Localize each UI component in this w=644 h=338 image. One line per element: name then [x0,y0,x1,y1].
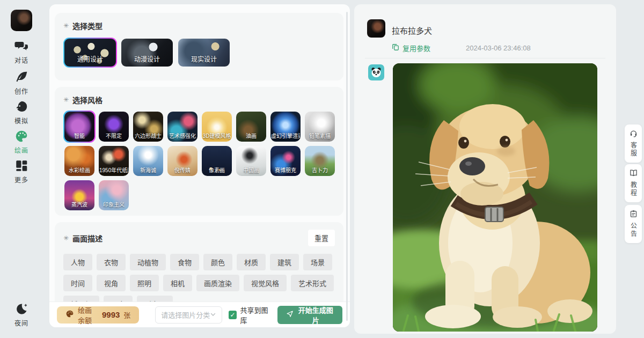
type-card-row: 通用设计动漫设计现实设计 [63,38,335,68]
sidebar: 对话 创作 模拟 绘画 更多 夜间 [0,0,43,338]
balance-unit: 张 [123,310,130,320]
section-marker-icon: ✳ [63,96,69,104]
style-tile-label: 倪传婧 [174,166,191,176]
style-tile-label: 印象主义 [103,200,125,210]
feather-icon [0,70,43,84]
chat-icon [0,39,43,53]
headset-icon [630,129,638,139]
generate-button-label: 开始生成图片 [297,305,334,325]
style-tile-水彩绘画[interactable]: 水彩绘画 [63,145,96,177]
generate-image-button[interactable]: 开始生成图片 [277,306,342,324]
palette-icon [0,129,43,143]
share-to-gallery-toggle[interactable]: ✓ 共享到图库 [229,305,271,325]
style-tile-虚幻引擎渲染[interactable]: 虚幻引擎渲染 [269,111,302,143]
desc-section-title: 画面描述 [72,233,103,244]
prompt-tag-视角[interactable]: 视角 [97,275,126,291]
style-tile-赛博朋克[interactable]: 赛博朋克 [269,145,302,177]
sidebar-item-chat[interactable]: 对话 [0,39,43,64]
prompt-tag-艺术形式[interactable]: 艺术形式 [291,275,334,291]
prompt-tag-材质[interactable]: 材质 [237,254,266,270]
head-icon [0,100,43,114]
style-grid: 智能不限定六边形战士艺术感强化3D建模风格油画虚幻引擎渲染铅笔素描水彩绘画195… [63,111,338,211]
moon-icon [0,302,43,316]
type-card-label: 现实设计 [191,54,217,67]
type-card-通用设计[interactable]: 通用设计 [63,38,117,68]
style-tile-倪传婧[interactable]: 倪传婧 [166,145,199,177]
result-timestamp: 2024-03-06 23:46:08 [466,44,531,52]
reuse-params-label: 复用参数 [402,43,430,53]
type-section: ✳ 选择类型 通用设计动漫设计现实设计 [55,13,343,80]
rail-tab-announcement[interactable]: 公告 [625,205,642,243]
style-tile-label: 赛博朋克 [275,166,296,176]
prompt-tag-动植物[interactable]: 动植物 [130,254,166,270]
reuse-params-button[interactable]: 复用参数 [392,43,430,53]
prompt-tag-建筑[interactable]: 建筑 [270,254,299,270]
style-tile-不限定[interactable]: 不限定 [98,111,130,143]
style-tile-label: 艺术感强化 [169,131,196,142]
type-card-label: 动漫设计 [134,54,160,67]
style-tile-智能[interactable]: 智能 [63,111,96,143]
result-user-avatar [367,19,385,38]
rail-tab-tutorial[interactable]: 教程 [625,164,642,202]
style-tile-六边形战士[interactable]: 六边形战士 [132,111,164,143]
sidebar-item-night-mode[interactable]: 夜间 [0,302,43,327]
type-card-动漫设计[interactable]: 动漫设计 [120,38,174,68]
generated-image[interactable] [393,63,597,332]
style-tile-3D建模风格[interactable]: 3D建模风格 [201,111,233,143]
share-checkbox[interactable]: ✓ [229,311,236,319]
style-tile-油画[interactable]: 油画 [235,111,267,143]
style-tile-铅笔素描[interactable]: 铅笔素描 [304,111,336,143]
bot-panda-avatar [368,64,384,80]
send-icon [286,310,294,319]
sidebar-item-draw[interactable]: 绘画 [0,129,43,155]
user-avatar[interactable] [11,10,32,31]
prompt-tag-视觉风格[interactable]: 视觉风格 [244,275,287,291]
chevron-down-icon [210,310,216,320]
sidebar-item-label: 对话 [0,55,43,64]
prompt-tag-衣物[interactable]: 衣物 [97,254,126,270]
prompt-tag-人物[interactable]: 人物 [63,254,92,270]
style-tile-印象主义[interactable]: 印象主义 [98,179,130,211]
prompt-tag-颜色[interactable]: 颜色 [203,254,232,270]
reset-button[interactable]: 重置 [308,230,335,246]
scrollbar[interactable] [346,12,348,321]
style-tile-label: 智能 [74,131,85,142]
prompt-tag-照明[interactable]: 照明 [130,275,159,291]
style-tile-1950年代纸雕[interactable]: 1950年代纸雕 [98,145,130,177]
style-tile-label: 铅笔素描 [309,131,331,142]
prompt-tag-食物[interactable]: 食物 [170,254,199,270]
style-tile-新海诚[interactable]: 新海诚 [132,145,164,177]
sidebar-item-create[interactable]: 创作 [0,70,43,95]
generation-settings-panel: ✳ 选择类型 通用设计动漫设计现实设计 ✳ 选择风格 智能不限定六边形战士艺术感… [49,4,350,327]
balance-badge: 绘画余额 9993 张 [57,306,139,324]
image-category-select[interactable]: 请选择图片分类 [155,306,222,324]
sidebar-item-more[interactable]: 更多 [0,159,43,184]
style-tile-蒸汽波[interactable]: 蒸汽波 [63,179,96,211]
rail-tab-support[interactable]: 客服 [625,124,642,163]
style-tile-label: 1950年代纸雕 [99,166,128,176]
category-select-placeholder: 请选择图片分类 [161,310,210,320]
style-tile-中国画[interactable]: 中国画 [235,145,267,177]
prompt-tag-场景[interactable]: 场景 [303,254,332,270]
prompt-tag-时间[interactable]: 时间 [63,275,92,291]
style-tile-label: 六边形战士 [135,131,162,142]
generation-footer: 绘画余额 9993 张 请选择图片分类 ✓ 共享到图库 开始生成图片 [49,302,350,327]
type-card-现实设计[interactable]: 现实设计 [177,38,231,68]
style-tile-label: 中国画 [243,166,259,176]
section-marker-icon: ✳ [63,234,69,242]
style-tile-label: 3D建模风格 [203,131,231,142]
style-tile-艺术感强化[interactable]: 艺术感强化 [166,111,199,143]
sidebar-item-label: 创作 [0,86,43,95]
style-tile-像素画[interactable]: 像素画 [201,145,233,177]
style-tile-吉卜力[interactable]: 吉卜力 [304,145,336,177]
style-tile-label: 像素画 [209,166,225,176]
sidebar-item-label: 绘画 [0,145,43,155]
section-marker-icon: ✳ [63,22,69,30]
style-section-title: 选择风格 [72,94,103,105]
sidebar-item-label: 更多 [0,175,43,184]
share-label: 共享到图库 [240,305,272,325]
sidebar-item-label: 模拟 [0,116,43,125]
prompt-tag-相机[interactable]: 相机 [163,275,192,291]
sidebar-item-simulate[interactable]: 模拟 [0,100,43,125]
prompt-tag-画质渲染[interactable]: 画质渲染 [196,275,239,291]
